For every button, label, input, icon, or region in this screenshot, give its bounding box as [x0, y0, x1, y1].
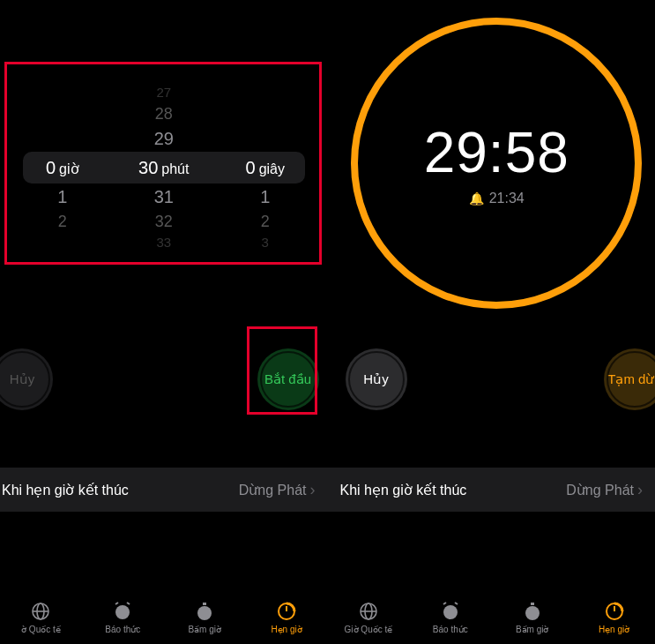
duration-picker[interactable]: 0 giờ 1 2 27 28 29 30 phút 31 32 33 [0, 71, 328, 265]
pause-label: Tạm dừn [607, 371, 655, 387]
seconds-unit: giây [259, 154, 285, 185]
svg-point-3 [115, 605, 130, 619]
when-timer-ends-label: Khi hẹn giờ kết thúc [2, 482, 129, 498]
tab-alarm-label: Báo thức [433, 625, 468, 634]
hours-unit: giờ [59, 154, 78, 185]
when-timer-ends-row[interactable]: Khi hẹn giờ kết thúc Dừng Phát › [0, 468, 328, 512]
cancel-button[interactable]: Hủy [0, 348, 53, 410]
seconds-below-2: 2 [261, 210, 270, 233]
minutes-unit: phút [161, 154, 189, 185]
tab-bar: ờ Quốc tế Báo thức Bấm giờ Hẹn giờ [0, 591, 328, 644]
minutes-above-3: 27 [156, 83, 171, 102]
countdown-time: 29:58 [424, 120, 569, 185]
when-timer-ends-label: Khi hẹn giờ kết thúc [340, 482, 467, 498]
svg-line-14 [455, 603, 458, 604]
bell-icon: 🔔 [469, 191, 484, 206]
when-timer-ends-value: Dừng Phát [239, 482, 307, 498]
stopwatch-icon [194, 601, 215, 622]
svg-line-4 [115, 603, 118, 604]
minutes-below-1: 31 [154, 183, 174, 210]
timer-icon [604, 601, 625, 622]
cancel-label: Hủy [10, 371, 34, 387]
tab-stopwatch-label: Bấm giờ [188, 625, 221, 634]
alarm-icon [112, 601, 133, 622]
pause-button[interactable]: Tạm dừn [604, 348, 655, 410]
tab-world-label: Giờ Quốc tế [345, 625, 393, 634]
tab-world-clock[interactable]: Giờ Quốc tế [328, 601, 410, 634]
minutes-above-2: 28 [155, 102, 173, 125]
svg-rect-7 [203, 603, 206, 605]
tab-alarm-label: Báo thức [105, 625, 140, 634]
when-timer-ends-value: Dừng Phát [566, 482, 634, 498]
chevron-right-icon: › [637, 481, 643, 499]
svg-rect-16 [531, 603, 534, 605]
globe-icon [358, 601, 379, 622]
tab-timer-label: Hẹn giờ [599, 625, 629, 634]
tab-alarm[interactable]: Báo thức [409, 601, 491, 634]
tab-stopwatch-label: Bấm giờ [516, 625, 549, 634]
hours-column[interactable]: 0 giờ 1 2 [19, 83, 107, 252]
hours-value: 0 [46, 152, 56, 183]
minutes-below-3: 33 [156, 233, 171, 252]
seconds-column[interactable]: 0 giây 1 2 3 [221, 83, 309, 252]
end-time-row: 🔔 21:34 [469, 191, 525, 206]
svg-point-12 [443, 605, 458, 619]
chevron-right-icon: › [310, 481, 316, 499]
minutes-value: 30 [138, 152, 158, 183]
stopwatch-icon [522, 601, 543, 622]
seconds-below-1: 1 [260, 183, 270, 210]
tab-timer[interactable]: Hẹn giờ [246, 601, 328, 634]
tab-bar: Giờ Quốc tế Báo thức Bấm giờ Hẹn giờ [328, 591, 656, 644]
minutes-below-2: 32 [155, 210, 173, 233]
globe-icon [30, 601, 51, 622]
alarm-icon [440, 601, 461, 622]
tab-stopwatch[interactable]: Bấm giờ [164, 601, 246, 634]
tab-timer-label: Hẹn giờ [271, 625, 301, 634]
countdown-ring: 29:58 🔔 21:34 [351, 18, 642, 309]
svg-line-13 [443, 603, 446, 604]
start-button[interactable]: Bắt đầu [257, 348, 319, 410]
seconds-below-3: 3 [262, 233, 269, 252]
minutes-above-1: 29 [154, 125, 174, 152]
cancel-button[interactable]: Hủy [346, 348, 407, 410]
svg-point-6 [197, 606, 212, 620]
svg-point-15 [525, 606, 540, 620]
seconds-value: 0 [246, 152, 256, 183]
tab-alarm[interactable]: Báo thức [82, 601, 164, 634]
tab-timer[interactable]: Hẹn giờ [573, 601, 655, 634]
svg-line-5 [127, 603, 130, 604]
hours-below-2: 2 [58, 210, 67, 233]
tab-stopwatch[interactable]: Bấm giờ [491, 601, 573, 634]
timer-icon [276, 601, 297, 622]
start-label: Bắt đầu [264, 371, 311, 387]
when-timer-ends-row[interactable]: Khi hẹn giờ kết thúc Dừng Phát › [328, 468, 656, 512]
end-time-value: 21:34 [489, 191, 525, 206]
hours-below-1: 1 [57, 183, 67, 210]
cancel-label: Hủy [363, 371, 388, 387]
minutes-column[interactable]: 27 28 29 30 phút 31 32 33 [120, 83, 208, 252]
tab-world-clock[interactable]: ờ Quốc tế [0, 601, 82, 634]
tab-world-label: ờ Quốc tế [21, 625, 61, 634]
